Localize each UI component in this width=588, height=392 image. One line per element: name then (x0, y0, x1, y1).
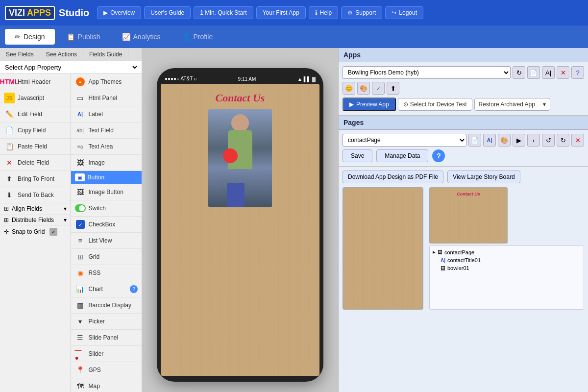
tool-javascript[interactable]: JS Javascript (0, 90, 71, 106)
users-guide-button[interactable]: User's Guide (144, 6, 191, 19)
tool-text-area[interactable]: ≡a Text Area (71, 139, 142, 155)
tab-fields-guide[interactable]: Fields Guide (83, 48, 128, 61)
align-fields-row[interactable]: ⊞ Align Fields ▾ (0, 203, 71, 215)
phone-status-bar: ●●●●○ AT&T ᵾ 9:11 AM ▲ ▌▌ ▓ (161, 74, 319, 84)
tree-child-1[interactable]: A| contactTitle01 (440, 256, 582, 264)
tool-image-button[interactable]: 🖼 Image Button (71, 184, 142, 200)
pages-help-button[interactable]: ? (432, 149, 445, 162)
restore-archived-select[interactable]: Restore Archived App ▾ (474, 98, 550, 111)
tool-list-view[interactable]: ≡ List View (71, 233, 142, 249)
tool-slide-panel[interactable]: ☰ Slide Panel (71, 330, 142, 346)
preview-app-button[interactable]: ▶ Preview App (343, 98, 396, 111)
tool-edit-field[interactable]: ✏️ Edit Field (0, 106, 71, 122)
app-help-icon[interactable]: ? (571, 66, 584, 79)
tool-app-themes[interactable]: ● App Themes (71, 74, 142, 90)
phone-preview-area: ●●●●○ AT&T ᵾ 9:11 AM ▲ ▌▌ ▓ Contact Us (142, 48, 338, 392)
tool-paste-field[interactable]: 📋 Paste Field (0, 139, 71, 155)
tool-image[interactable]: 🖼 Image (71, 155, 142, 171)
tab-design[interactable]: ✏ Design (5, 29, 55, 45)
right-panel: Apps Bowling Floors Demo (hyb) ↻ 📄 A| ✕ … (338, 48, 588, 392)
first-app-button[interactable]: Your First App (256, 6, 306, 19)
tree-page-root[interactable]: ▸ 🖼 contactPage (432, 248, 582, 256)
page-chevron-left[interactable]: ‹ (527, 134, 540, 147)
tool-rss[interactable]: ◉ RSS (71, 265, 142, 281)
support-button[interactable]: ⚙ Support (341, 6, 382, 19)
page-undo-icon[interactable]: ↺ (542, 134, 555, 147)
logo-studio: Studio (59, 7, 89, 19)
page-text-icon[interactable]: A| (483, 134, 496, 147)
restore-chevron-icon[interactable]: ▾ (539, 98, 550, 110)
barcode-icon: ▥ (75, 300, 86, 311)
tool-send-to-back[interactable]: ⬇ Send To Back (0, 187, 71, 203)
app-text-icon[interactable]: A| (542, 66, 555, 79)
download-pdf-button[interactable]: Download App Design as PDF File (343, 171, 443, 183)
distribute-fields-row[interactable]: ⊞ Distribute Fields ▾ (0, 215, 71, 226)
tool-copy-field[interactable]: 📄 Copy Field (0, 122, 71, 139)
tree-page-icon: 🖼 (438, 249, 442, 255)
tool-picker[interactable]: ▾ Picker (71, 314, 142, 330)
app-icon-smiley[interactable]: 😊 (343, 82, 355, 95)
slider-icon: —● (75, 348, 86, 359)
select-device-test-button[interactable]: ⊙ Select for Device Test (398, 98, 472, 111)
chart-help-icon[interactable]: ? (130, 285, 138, 293)
tab-publish[interactable]: 📋 Publish (57, 29, 110, 45)
tool-barcode[interactable]: ▥ Barcode Display (71, 297, 142, 314)
tab-profile[interactable]: 👤 Profile (172, 29, 223, 45)
page-select-dropdown[interactable]: contactPage (343, 134, 466, 147)
tab-see-fields[interactable]: See Fields (0, 48, 40, 61)
save-button[interactable]: Save (343, 149, 372, 162)
page-redo-icon[interactable]: ↻ (557, 134, 569, 147)
pages-row: contactPage 📄 A| 🎨 ▶ ‹ ↺ ↻ ✕ (343, 134, 584, 147)
tool-switch[interactable]: Switch (71, 200, 142, 217)
app-delete-icon[interactable]: ✕ (557, 66, 569, 79)
thumb-contact-page[interactable]: Contact Us (429, 187, 508, 244)
tool-label[interactable]: A| Label (71, 106, 142, 122)
tool-gps[interactable]: 📍 GPS (71, 362, 142, 378)
tool-html-panel[interactable]: ▭ Html Panel (71, 90, 142, 106)
distribute-icon: ⊞ (4, 217, 9, 223)
page-delete-icon[interactable]: ✕ (571, 134, 584, 147)
overview-button[interactable]: ▶ Overview (97, 6, 141, 19)
app-icon-upload[interactable]: ⬆ (387, 82, 399, 95)
align-grid-icon: ⊞ (4, 205, 9, 212)
logout-button[interactable]: ↪ Logout (385, 6, 423, 19)
app-icon-palette[interactable]: 🎨 (357, 82, 370, 95)
page-arrow-right[interactable]: ▶ (513, 134, 525, 147)
tool-button[interactable]: ▣ Button (71, 171, 142, 184)
tree-child-2[interactable]: 🖼 bowler01 (440, 264, 582, 272)
play-icon: ▶ (349, 101, 354, 108)
image-button-icon: 🖼 (75, 187, 86, 197)
app-icon-check-green[interactable]: ✓ (372, 82, 385, 95)
contact-image (208, 109, 272, 207)
tab-see-actions[interactable]: See Actions (40, 48, 83, 61)
tool-slider[interactable]: —● Slider (71, 346, 142, 362)
tool-html-header[interactable]: HTML Html Header (0, 74, 71, 90)
page-new-icon[interactable]: 📄 (468, 134, 481, 147)
tool-grid[interactable]: ⊞ Grid (71, 249, 142, 265)
view-storyboard-button[interactable]: View Large Story Board (447, 171, 520, 183)
tool-bring-to-front[interactable]: ⬆ Bring To Front (0, 171, 71, 187)
quick-start-button[interactable]: 1 Min. Quick Start (194, 6, 253, 19)
app-refresh-icon[interactable]: ↻ (513, 66, 525, 79)
snap-to-grid-row[interactable]: ✛ Snap to Grid ✓ (0, 226, 71, 238)
tool-text-field[interactable]: ab| Text Field (71, 122, 142, 139)
thumb-main-preview[interactable] (343, 187, 423, 310)
tab-analytics[interactable]: 📈 Analytics (112, 29, 171, 45)
app-select-dropdown[interactable]: Bowling Floors Demo (hyb) (343, 66, 511, 79)
logo-vizi: VIZI (9, 8, 25, 18)
help-button[interactable]: ℹ Help (309, 6, 339, 19)
left-tabs: See Fields See Actions Fields Guide (0, 48, 142, 61)
phone-screen[interactable]: Contact Us (161, 84, 319, 376)
page-icon-3[interactable]: 🎨 (498, 134, 511, 147)
slide-panel-icon: ☰ (75, 332, 86, 343)
page-tree: ▸ 🖼 contactPage A| contactTitle01 🖼 bowl… (429, 245, 584, 310)
tool-checkbox[interactable]: ✓ CheckBox (71, 217, 142, 233)
tool-chart[interactable]: 📊 Chart ? (71, 281, 142, 297)
tool-delete-field[interactable]: ✕ Delete Field (0, 155, 71, 171)
app-property-select[interactable]: Select App Property (3, 63, 139, 72)
app-new-icon[interactable]: 📄 (527, 66, 540, 79)
tool-map[interactable]: 🗺 Map (71, 378, 142, 392)
manage-data-button[interactable]: Manage Data (376, 149, 428, 162)
tree-child1-icon: A| (441, 258, 445, 263)
logo-box: VIZIAPPS (5, 6, 55, 20)
